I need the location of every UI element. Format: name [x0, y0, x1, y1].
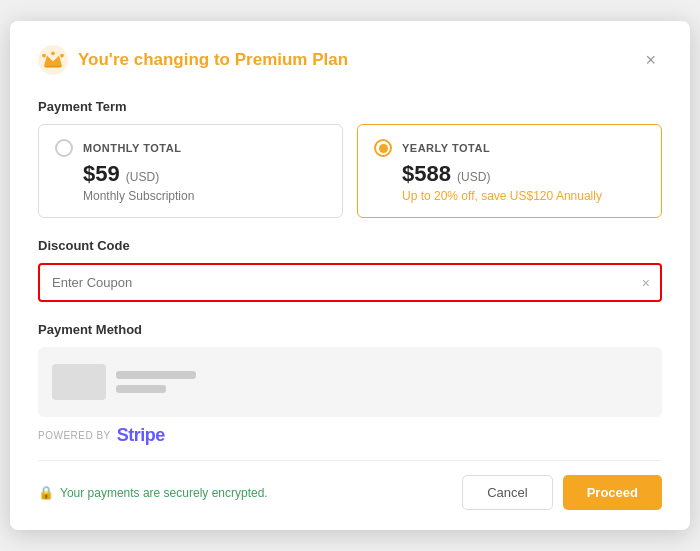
footer-buttons: Cancel Proceed — [462, 475, 662, 510]
coupon-input[interactable] — [40, 265, 660, 300]
modal-header: You're changing to Premium Plan × — [38, 45, 662, 75]
card-lines — [116, 371, 196, 393]
svg-point-4 — [51, 51, 55, 55]
monthly-price: $59 (USD) — [83, 161, 326, 187]
card-thumbnail — [52, 364, 106, 400]
svg-point-3 — [42, 54, 46, 58]
yearly-price: $588 (USD) — [402, 161, 645, 187]
coupon-clear-button[interactable]: × — [642, 276, 650, 290]
coupon-wrapper: × — [38, 263, 662, 302]
discount-label: Discount Code — [38, 238, 662, 253]
crown-icon — [38, 45, 68, 75]
card-line-2 — [116, 385, 166, 393]
payment-options: MONTHLY TOTAL $59 (USD) Monthly Subscrip… — [38, 124, 662, 218]
close-button[interactable]: × — [639, 49, 662, 71]
monthly-radio[interactable] — [55, 139, 73, 157]
cancel-button[interactable]: Cancel — [462, 475, 552, 510]
yearly-sub: Up to 20% off, save US$120 Annually — [402, 189, 645, 203]
monthly-option[interactable]: MONTHLY TOTAL $59 (USD) Monthly Subscrip… — [38, 124, 343, 218]
lock-icon: 🔒 — [38, 485, 54, 500]
svg-marker-2 — [44, 66, 62, 68]
yearly-option[interactable]: YEARLY TOTAL $588 (USD) Up to 20% off, s… — [357, 124, 662, 218]
yearly-option-name: YEARLY TOTAL — [402, 142, 490, 154]
stripe-logo: Stripe — [117, 425, 165, 446]
security-text-row: 🔒 Your payments are securely encrypted. — [38, 485, 268, 500]
svg-point-0 — [38, 45, 68, 75]
modal-title: You're changing to Premium Plan — [78, 50, 348, 70]
proceed-button[interactable]: Proceed — [563, 475, 662, 510]
card-line-1 — [116, 371, 196, 379]
payment-method-box — [38, 347, 662, 417]
stripe-row: POWERED BY Stripe — [38, 425, 662, 446]
upgrade-modal: You're changing to Premium Plan × Paymen… — [10, 21, 690, 530]
yearly-radio[interactable] — [374, 139, 392, 157]
payment-term-section: Payment Term MONTHLY TOTAL $59 (USD) Mon… — [38, 99, 662, 218]
monthly-sub: Monthly Subscription — [83, 189, 326, 203]
powered-by-text: POWERED BY — [38, 430, 111, 441]
payment-method-label: Payment Method — [38, 322, 662, 337]
discount-section: Discount Code × — [38, 238, 662, 302]
security-message: Your payments are securely encrypted. — [60, 486, 268, 500]
payment-term-label: Payment Term — [38, 99, 662, 114]
header-left: You're changing to Premium Plan — [38, 45, 348, 75]
modal-footer: 🔒 Your payments are securely encrypted. … — [38, 460, 662, 510]
payment-method-section: Payment Method — [38, 322, 662, 417]
monthly-option-name: MONTHLY TOTAL — [83, 142, 181, 154]
svg-point-5 — [60, 54, 64, 58]
